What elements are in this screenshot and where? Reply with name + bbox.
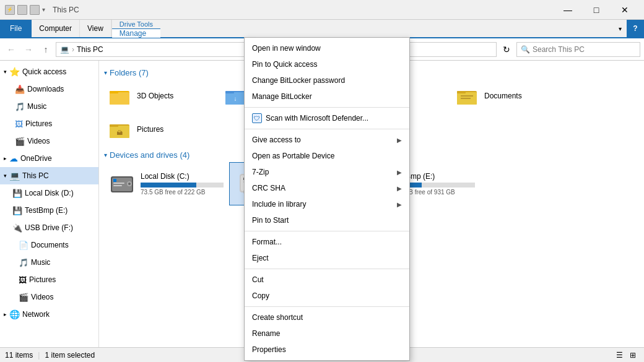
- devices-label: Devices and drives (4): [110, 150, 189, 160]
- menu-item-pin-start[interactable]: Pin to Start: [245, 212, 409, 228]
- sidebar-item-usb-drive-f[interactable]: 🔌 USB Drive (F:): [0, 219, 98, 236]
- videos-sub-icon: 🎬: [19, 293, 28, 302]
- up-button[interactable]: ↑: [38, 42, 53, 57]
- menu-item-properties[interactable]: Properties: [245, 342, 409, 358]
- menu-item-change-bitlocker[interactable]: Change BitLocker password: [245, 72, 409, 88]
- tab-manage[interactable]: Manage: [112, 29, 160, 38]
- chevron-onedrive-icon: ▸: [4, 155, 7, 162]
- menu-item-cut[interactable]: Cut: [245, 272, 409, 288]
- sidebar-label-videos-sub: Videos: [31, 293, 53, 301]
- folder-pic-icon: 🏔: [107, 117, 132, 142]
- details-view-button[interactable]: ☰: [613, 349, 625, 361]
- videos-icon: 🎬: [15, 137, 25, 146]
- drive-c-free: 73.5 GB free of 222 GB: [141, 189, 224, 196]
- menu-item-include-library[interactable]: Include in library ▶: [245, 196, 409, 212]
- downloads-icon: 📥: [15, 85, 25, 94]
- menu-item-eject[interactable]: Eject: [245, 250, 409, 266]
- hdd-d-icon: 💾: [12, 189, 22, 198]
- doc-icon: 📄: [19, 241, 28, 250]
- drive-local-c[interactable]: Local Disk (C:) 73.5 GB free of 222 GB: [104, 162, 228, 205]
- sidebar-item-onedrive[interactable]: ▸ ☁ OneDrive: [0, 150, 98, 167]
- tb-dropdown[interactable]: ▾: [42, 6, 45, 13]
- sidebar-label-network: Network: [22, 310, 50, 319]
- minimize-button[interactable]: —: [554, 0, 582, 20]
- tab-file[interactable]: File: [0, 20, 32, 37]
- menu-separator-1: [245, 107, 409, 108]
- help-btn[interactable]: ?: [627, 20, 644, 37]
- menu-item-format[interactable]: Format...: [245, 234, 409, 250]
- maximize-button[interactable]: □: [582, 0, 611, 20]
- path-text: This PC: [77, 45, 103, 54]
- svg-rect-15: [461, 98, 471, 99]
- menu-item-pin-quick-access[interactable]: Pin to Quick access: [245, 56, 409, 72]
- give-access-arrow-icon: ▶: [397, 137, 402, 144]
- sidebar-label-onedrive: OneDrive: [20, 154, 52, 163]
- refresh-button[interactable]: ↻: [499, 42, 514, 57]
- menu-item-scan-defender[interactable]: 🛡 Scan with Microsoft Defender...: [245, 110, 409, 126]
- sidebar-item-this-pc[interactable]: ▾ 💻 This PC: [0, 167, 98, 184]
- sidebar-item-quick-access[interactable]: ▾ ⭐ Quick access: [0, 63, 98, 80]
- tb-icon3: [30, 5, 40, 15]
- drive-c-info: Local Disk (C:) 73.5 GB free of 222 GB: [141, 172, 224, 196]
- sidebar-item-music-sub[interactable]: 🎵 Music: [0, 254, 98, 271]
- menu-item-manage-bitlocker[interactable]: Manage BitLocker: [245, 88, 409, 105]
- svg-rect-24: [113, 183, 124, 184]
- 7zip-arrow-icon: ▶: [397, 169, 402, 176]
- sidebar-label-pictures: Pictures: [25, 119, 52, 128]
- menu-item-open-new-window[interactable]: Open in new window: [245, 40, 409, 56]
- folder-documents[interactable]: Documents: [451, 80, 566, 112]
- menu-item-crc-sha[interactable]: CRC SHA ▶: [245, 180, 409, 196]
- music-icon: 🎵: [15, 102, 25, 111]
- menu-item-give-access[interactable]: Give access to ▶: [245, 132, 409, 148]
- tab-view[interactable]: View: [80, 20, 111, 37]
- search-box: 🔍: [516, 42, 640, 57]
- close-button[interactable]: ✕: [611, 0, 639, 20]
- drive-c-bar-bg: [141, 183, 224, 187]
- menu-item-open-portable[interactable]: Open as Portable Device: [245, 148, 409, 164]
- sidebar-item-network[interactable]: ▸ 🌐 Network: [0, 306, 98, 323]
- menu-item-create-shortcut[interactable]: Create shortcut: [245, 309, 409, 325]
- selected-count: 1 item selected: [45, 351, 95, 360]
- menu-item-7zip[interactable]: 7-Zip ▶: [245, 164, 409, 180]
- sidebar-item-pictures[interactable]: 🖼 Pictures: [0, 115, 98, 132]
- menu-item-copy[interactable]: Copy: [245, 288, 409, 304]
- drive-tools-label: Drive Tools: [112, 20, 160, 29]
- tab-computer[interactable]: Computer: [32, 20, 80, 37]
- sidebar-label-local-disk-d: Local Disk (D:): [25, 189, 74, 197]
- folder-3d-icon: [107, 84, 132, 108]
- sidebar-item-testbmp-e[interactable]: 💾 TestBmp (E:): [0, 202, 98, 219]
- svg-rect-2: [110, 91, 118, 93]
- tab-drive-tools-group: Drive Tools Manage: [111, 20, 160, 37]
- folders-chevron-icon: ▾: [104, 69, 107, 76]
- sidebar-label-quick-access: Quick access: [22, 67, 66, 76]
- sidebar-item-videos-sub[interactable]: 🎬 Videos: [0, 288, 98, 306]
- search-input[interactable]: [533, 45, 636, 54]
- sidebar-item-videos[interactable]: 🎬 Videos: [0, 132, 98, 150]
- sidebar-item-local-disk-d[interactable]: 💾 Local Disk (D:): [0, 184, 98, 202]
- large-icons-view-button[interactable]: ⊞: [627, 349, 639, 361]
- menu-separator-2: [245, 129, 409, 129]
- drive-c-bar-fill: [141, 183, 196, 187]
- folder-3d-objects[interactable]: 3D Objects: [104, 80, 219, 112]
- forward-button[interactable]: →: [21, 42, 36, 57]
- folders-label: Folders (7): [110, 68, 149, 77]
- quick-access-icon: ⚡: [5, 5, 15, 15]
- svg-rect-26: [113, 179, 116, 182]
- back-button[interactable]: ←: [4, 42, 19, 57]
- defender-icon: 🛡: [252, 113, 262, 123]
- music-sub-icon: 🎵: [19, 258, 28, 267]
- sidebar-item-documents[interactable]: 📄 Documents: [0, 236, 98, 254]
- crc-arrow-icon: ▶: [397, 185, 402, 192]
- sidebar-item-pictures-sub[interactable]: 🖼 Pictures: [0, 271, 98, 288]
- sidebar-item-music[interactable]: 🎵 Music: [0, 98, 98, 115]
- include-library-arrow-icon: ▶: [397, 201, 402, 208]
- ribbon-overflow[interactable]: ▾: [614, 20, 627, 37]
- menu-item-rename[interactable]: Rename: [245, 325, 409, 342]
- network-icon: 🌐: [9, 309, 20, 319]
- sidebar-label-this-pc: This PC: [22, 171, 49, 180]
- drive-c-name: Local Disk (C:): [141, 172, 224, 181]
- folder-3d-label: 3D Objects: [137, 92, 173, 100]
- folder-pictures[interactable]: 🏔 Pictures: [104, 113, 219, 145]
- window-controls: — □ ✕: [554, 0, 639, 20]
- sidebar-item-downloads[interactable]: 📥 Downloads: [0, 80, 98, 98]
